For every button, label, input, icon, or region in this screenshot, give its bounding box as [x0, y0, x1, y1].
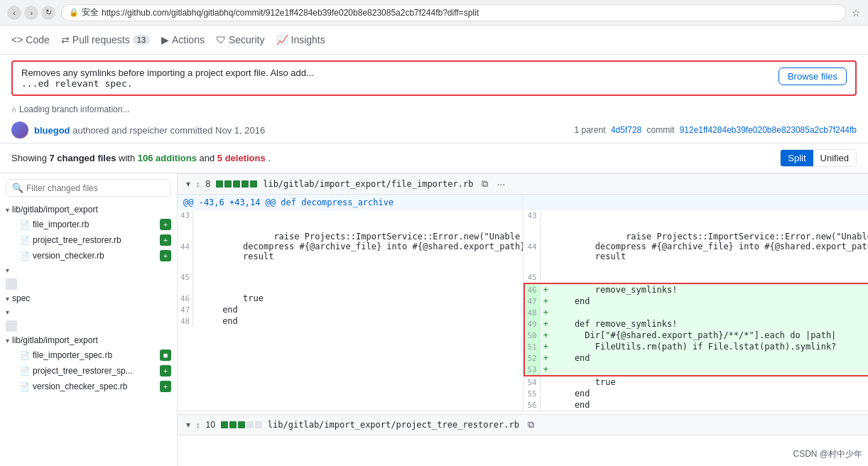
section-arrow-1[interactable]: ▾: [0, 264, 177, 277]
chevron-down-icon: ▾: [6, 295, 9, 303]
commit-full-hash[interactable]: 912e1ff4284eb39fe020b8e823085a2cb7f244fb: [680, 125, 857, 135]
line-code: [551, 272, 868, 283]
line-number: 47: [178, 304, 193, 315]
add-badge-4: +: [160, 365, 171, 376]
diff-view: ▾ ↕ 8 lib/gitlab/import_export/file_impo…: [178, 173, 868, 466]
search-input[interactable]: [26, 183, 165, 193]
stats-text: Showing 7 changed files with 106 additio…: [11, 153, 271, 163]
nav-pr-label: Pull requests: [72, 34, 130, 45]
additions-stat: 106 additions: [138, 153, 197, 163]
actions-icon: ▶: [161, 34, 169, 45]
section-arrow-2[interactable]: ▾: [0, 305, 177, 319]
nav-insights[interactable]: 📈 Insights: [276, 31, 325, 48]
line-code: end: [551, 388, 868, 399]
tree-file-version-spec[interactable]: 📄 version_checker_spec.rb +: [0, 379, 177, 394]
file-name-2: project_tree_restorer.rb: [33, 235, 121, 245]
forward-button[interactable]: ›: [24, 6, 38, 20]
line-code: def remove_symlinks!: [551, 318, 868, 330]
browse-files-button[interactable]: Browse files: [779, 67, 847, 85]
commit-message-line1: Removes any symlinks before importing a …: [21, 67, 314, 78]
browser-chrome: ‹ › ↻ 🔒 安全 https://github.com/gitlabhq/g…: [0, 0, 868, 26]
commit-label: commit: [647, 125, 675, 135]
line-number: 45: [524, 272, 541, 283]
line-sign: [540, 399, 551, 411]
copy-icon-2[interactable]: ⧉: [528, 419, 534, 430]
address-bar[interactable]: 🔒 安全 https://github.com/gitlabhq/gitlabh…: [61, 4, 846, 21]
unified-button[interactable]: Unified: [813, 150, 856, 166]
table-row: 44 raise Projects::ImportService::Error.…: [524, 221, 869, 272]
line-code: end: [551, 296, 868, 307]
file-name-1: file_importer.rb: [33, 220, 89, 229]
author-link[interactable]: bluegod: [34, 125, 70, 136]
folder-name-spec: spec: [12, 293, 30, 303]
diff-right-side: 43 44 raise Projects::ImportService::Err…: [523, 195, 869, 411]
arrow-up-icon: ↕: [196, 180, 200, 188]
parent-hash-link[interactable]: 4d5f728: [611, 125, 641, 135]
tree-file-importer-spec[interactable]: 📄 file_importer_spec.rb ■: [0, 347, 177, 363]
tree-file-project-tree-restorer[interactable]: 📄 project_tree_restorer.rb +: [0, 232, 177, 248]
table-row: 43: [178, 210, 523, 221]
line-code: end: [551, 352, 868, 364]
file-header-1: ▾ ↕ 8 lib/gitlab/import_export/file_impo…: [178, 173, 868, 195]
line-sign: [193, 221, 200, 272]
commit-info-bar: Removes any symlinks before importing a …: [11, 60, 857, 96]
table-row-added: 46 + remove_symlinks!: [524, 283, 869, 296]
hunk-header-left: @@ -43,6 +43,14 @@ def decompress_archiv…: [178, 195, 523, 210]
line-number: 49: [524, 318, 541, 330]
line-number: 43: [178, 210, 193, 221]
bookmark-icon[interactable]: ☆: [852, 7, 861, 18]
right-diff-table: 43 44 raise Projects::ImportService::Err…: [523, 195, 869, 411]
tree-file-restorer-spec[interactable]: 📄 project_tree_restorer_sp... +: [0, 363, 177, 379]
line-sign: +: [540, 318, 551, 330]
line-code: raise Projects::ImportService::Error.new…: [199, 221, 523, 272]
line-sign: [540, 221, 551, 272]
add-badge-3: +: [160, 250, 171, 261]
nav-actions[interactable]: ▶ Actions: [161, 31, 205, 48]
additions-num-1: 8: [206, 179, 211, 189]
line-sign: [540, 388, 551, 399]
additions-visual: [216, 180, 257, 188]
tree-folder-1[interactable]: ▾ lib/gitlab/import_export: [0, 202, 177, 217]
nav-security[interactable]: 🛡 Security: [216, 31, 265, 48]
table-row: 47 end: [178, 304, 523, 315]
neutral-sq-1: [246, 421, 254, 428]
nav-code-label: Code: [26, 34, 49, 45]
file-name-5: project_tree_restorer_sp...: [33, 366, 133, 376]
line-number: 50: [524, 330, 541, 341]
nav-pull-requests[interactable]: ⇄ Pull requests 13: [61, 31, 150, 48]
line-number: 52: [524, 352, 541, 364]
line-number: 53: [524, 364, 541, 376]
period: .: [268, 153, 271, 163]
line-code: true: [551, 376, 868, 388]
line-number: 44: [178, 221, 193, 272]
tree-file-file-importer[interactable]: 📄 file_importer.rb +: [0, 217, 177, 232]
github-nav: <> Code ⇄ Pull requests 13 ▶ Actions 🛡 S…: [0, 26, 868, 55]
line-code: [199, 210, 523, 221]
tree-file-version-checker[interactable]: 📄 version_checker.rb +: [0, 248, 177, 264]
table-row-added: 50 + Dir["#{@shared.export_path}/**/*"].…: [524, 330, 869, 341]
commit-hash-line: 1 parent 4d5f728 commit 912e1ff4284eb39f…: [574, 125, 857, 135]
line-code: raise Projects::ImportService::Error.new…: [551, 221, 868, 272]
line-sign: [540, 272, 551, 283]
file-name-3: version_checker.rb: [33, 251, 104, 261]
lock-icon: 🔒: [69, 8, 79, 17]
collapse-button[interactable]: ▾: [186, 179, 190, 189]
back-button[interactable]: ‹: [7, 6, 21, 20]
collapse-button-2[interactable]: ▾: [186, 420, 190, 430]
line-sign: +: [540, 341, 551, 352]
copy-icon[interactable]: ⧉: [482, 178, 488, 190]
split-button[interactable]: Split: [781, 150, 813, 166]
line-sign: [540, 210, 551, 221]
line-sign: [540, 376, 551, 388]
reload-button[interactable]: ↻: [41, 6, 55, 20]
tree-folder-spec-lib[interactable]: ▾ lib/gitlab/import_export: [0, 333, 177, 347]
code-icon: <>: [11, 34, 23, 45]
line-sign: +: [540, 352, 551, 364]
line-sign: [193, 210, 200, 221]
tree-folder-spec[interactable]: ▾ spec: [0, 291, 177, 305]
file-icon: 📄: [20, 382, 30, 391]
search-box[interactable]: 🔍: [6, 179, 171, 197]
more-options-button[interactable]: ···: [494, 178, 508, 190]
line-code: remove_symlinks!: [551, 283, 868, 296]
nav-code[interactable]: <> Code: [11, 31, 50, 48]
